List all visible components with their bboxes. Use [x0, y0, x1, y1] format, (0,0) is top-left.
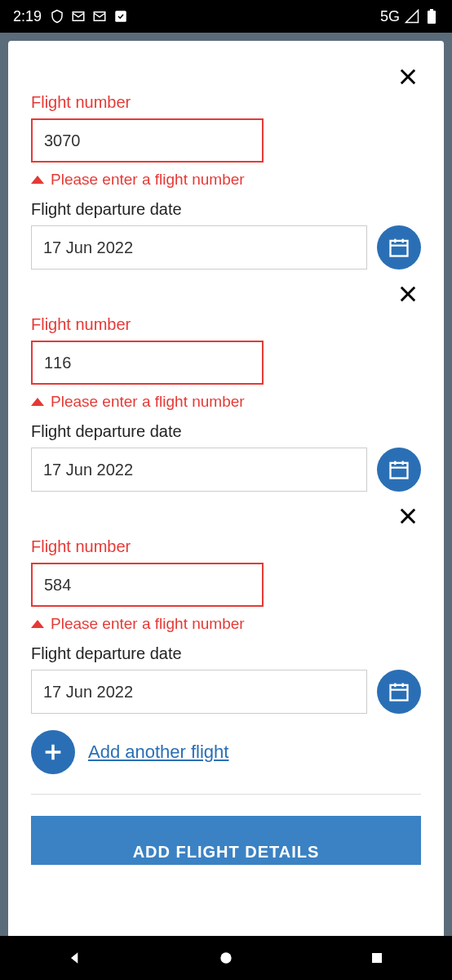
- calendar-button[interactable]: [377, 448, 421, 492]
- departure-date-input[interactable]: [31, 448, 367, 492]
- add-flight-link[interactable]: Add another flight: [88, 742, 228, 763]
- flight-number-label: Flight number: [31, 537, 421, 556]
- svg-rect-9: [372, 953, 382, 963]
- departure-date-label: Flight departure date: [31, 422, 421, 441]
- flight-number-input[interactable]: [31, 341, 264, 385]
- mail-icon: [71, 9, 86, 24]
- departure-date-label: Flight departure date: [31, 200, 421, 219]
- svg-rect-2: [115, 11, 126, 22]
- nav-back-button[interactable]: [65, 948, 85, 968]
- close-modal-button[interactable]: [395, 64, 421, 90]
- shield-icon: [50, 9, 64, 24]
- svg-rect-7: [391, 685, 408, 701]
- checkbox-icon: [113, 9, 128, 24]
- add-flight-row: Add another flight: [31, 730, 421, 795]
- flight-number-input[interactable]: [31, 563, 264, 607]
- battery-icon: [424, 9, 439, 24]
- flight-number-input[interactable]: [31, 118, 264, 163]
- add-flight-details-button[interactable]: ADD FLIGHT DETAILS: [31, 816, 421, 865]
- flight-group-3: Flight number Please enter a flight numb…: [31, 537, 421, 714]
- chevron-up-icon: [31, 398, 44, 406]
- svg-rect-5: [391, 241, 408, 256]
- remove-flight-button[interactable]: [395, 281, 421, 307]
- remove-flight-button[interactable]: [395, 503, 421, 529]
- chevron-up-icon: [31, 176, 44, 184]
- svg-rect-6: [391, 463, 408, 479]
- network-label: 5G: [380, 8, 400, 25]
- nav-recent-button[interactable]: [367, 948, 387, 968]
- chevron-up-icon: [31, 620, 44, 628]
- status-bar: 2:19 5G: [0, 0, 452, 33]
- flight-number-label: Flight number: [31, 93, 421, 112]
- flight-modal: Flight number Please enter a flight numb…: [8, 41, 444, 936]
- add-flight-button[interactable]: [31, 730, 75, 774]
- flight-number-error: Please enter a flight number: [31, 615, 421, 633]
- flight-number-error: Please enter a flight number: [31, 393, 421, 411]
- calendar-button[interactable]: [377, 670, 421, 714]
- signal-icon: [405, 9, 419, 24]
- svg-rect-4: [430, 9, 433, 11]
- calendar-button[interactable]: [377, 225, 421, 270]
- departure-date-input[interactable]: [31, 670, 367, 714]
- status-right: 5G: [380, 8, 439, 25]
- flight-number-error: Please enter a flight number: [31, 171, 421, 189]
- departure-date-input[interactable]: [31, 225, 367, 270]
- status-left: 2:19: [13, 8, 128, 25]
- status-time: 2:19: [13, 8, 42, 25]
- mail-icon-2: [92, 9, 107, 24]
- flight-group-1: Flight number Please enter a flight numb…: [31, 93, 421, 307]
- departure-date-label: Flight departure date: [31, 644, 421, 663]
- svg-point-8: [220, 952, 231, 963]
- nav-home-button[interactable]: [216, 948, 236, 968]
- svg-rect-3: [428, 11, 436, 24]
- android-nav-bar: [0, 936, 452, 980]
- flight-group-2: Flight number Please enter a flight numb…: [31, 315, 421, 529]
- flight-number-label: Flight number: [31, 315, 421, 334]
